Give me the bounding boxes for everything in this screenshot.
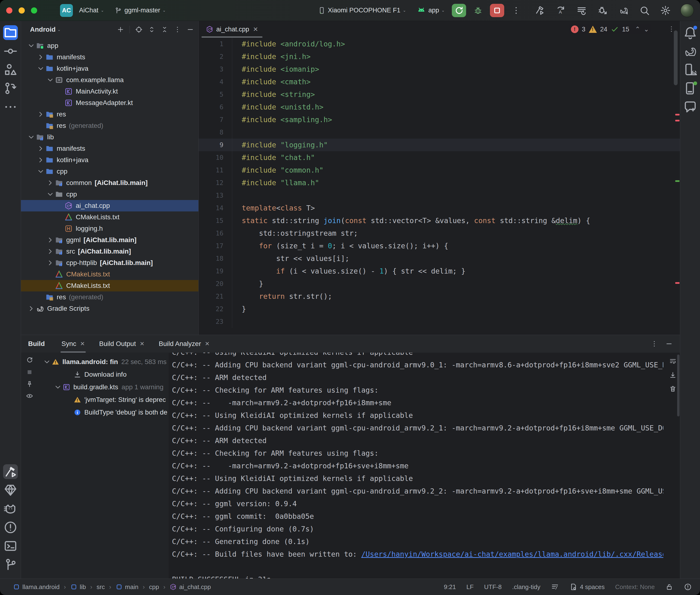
tool-stripe-notifications[interactable] bbox=[683, 25, 698, 40]
build-tree-item[interactable]: build.gradle.ktsapp 1 warning bbox=[38, 381, 169, 393]
hide-minus-button[interactable] bbox=[187, 26, 194, 33]
code-line-22[interactable]: 22 } bbox=[199, 303, 680, 315]
code-line-7[interactable]: 7 #include <sampling.h> bbox=[199, 113, 680, 126]
code-line-2[interactable]: 2 #include <jni.h> bbox=[199, 50, 680, 63]
inspections-widget[interactable]: ! 3 24 15 ⌃ ⌄ bbox=[568, 24, 651, 34]
restart-activity-button[interactable]: A bbox=[555, 5, 566, 16]
search-button[interactable] bbox=[639, 5, 650, 16]
tree-item-res[interactable]: res(generated) bbox=[21, 120, 198, 132]
code-line-1[interactable]: 1 #include <android/log.h> bbox=[199, 38, 680, 50]
locate-button[interactable] bbox=[135, 26, 143, 33]
chevron-down-icon[interactable] bbox=[46, 76, 54, 84]
tree-item-manifests[interactable]: manifests bbox=[21, 143, 198, 154]
tool-stripe-gemini-chat[interactable] bbox=[683, 100, 698, 114]
zoom-window-button[interactable] bbox=[31, 7, 37, 13]
tree-item-res[interactable]: res(generated) bbox=[21, 291, 198, 303]
tree-item-cmakelists-txt[interactable]: CMakeLists.txt bbox=[21, 280, 198, 291]
code-line-15[interactable]: 15 static std::string join(const std::ve… bbox=[199, 214, 680, 227]
device-selector[interactable]: Xiaomi POCOPHONE F1 ⌄ bbox=[318, 7, 406, 14]
settings-button[interactable] bbox=[660, 5, 671, 16]
tool-stripe-problems[interactable] bbox=[3, 520, 18, 535]
tree-item-lib[interactable]: lib bbox=[21, 132, 198, 143]
chevron-down-icon[interactable] bbox=[37, 64, 45, 73]
tool-stripe-commit[interactable] bbox=[3, 44, 18, 59]
breadcrumb-item[interactable]: llama.android bbox=[13, 583, 60, 591]
chevron-right-icon[interactable] bbox=[37, 110, 45, 118]
build-options-button[interactable] bbox=[650, 340, 658, 348]
build-tab-sync[interactable]: Sync ✕ bbox=[59, 335, 87, 352]
chevron-right-icon[interactable] bbox=[46, 179, 54, 187]
more-actions-button[interactable] bbox=[511, 6, 521, 15]
chevron-down-icon[interactable] bbox=[27, 42, 35, 50]
statusbar-caret-position[interactable]: 9:21 bbox=[444, 583, 456, 591]
chevron-down-icon[interactable] bbox=[54, 383, 62, 391]
tool-stripe-logcat[interactable] bbox=[3, 502, 18, 516]
gradle-sync-button[interactable] bbox=[618, 5, 629, 16]
statusbar-context[interactable]: Context: None bbox=[615, 583, 655, 591]
project-widget[interactable]: AC AiChat ⌄ bbox=[60, 4, 104, 17]
code-line-9[interactable]: 9 #include "logging.h" bbox=[199, 139, 680, 151]
statusbar-readonly-toggle[interactable] bbox=[665, 583, 673, 591]
breadcrumb-item[interactable]: main bbox=[115, 583, 138, 591]
tool-stripe-version-control[interactable] bbox=[3, 557, 18, 572]
chevron-right-icon[interactable] bbox=[46, 247, 54, 255]
run-config-selector[interactable]: app ⌄ bbox=[417, 6, 445, 15]
build-console[interactable]: C/C++: -- Using KleidiAI optimized kerne… bbox=[169, 352, 680, 578]
statusbar-line-ending[interactable]: LF bbox=[466, 583, 474, 591]
tree-item-src[interactable]: src[AiChat.lib.main] bbox=[21, 246, 198, 257]
breadcrumb-item[interactable]: Cai_chat.cpp bbox=[170, 583, 211, 591]
code-line-18[interactable]: 18 str << values[i]; bbox=[199, 252, 680, 265]
tree-item-mainactivity-kt[interactable]: MainActivity.kt bbox=[21, 86, 198, 97]
chevron-down-icon[interactable] bbox=[37, 167, 45, 175]
statusbar-clang-tidy[interactable]: .clang-tidy bbox=[512, 583, 540, 591]
code-line-3[interactable]: 3 #include <iomanip> bbox=[199, 63, 680, 76]
close-icon[interactable]: ✕ bbox=[140, 340, 144, 347]
tool-stripe-project[interactable] bbox=[3, 25, 18, 40]
editor-tab[interactable]: C ai_chat.cpp ✕ bbox=[201, 21, 262, 38]
tool-stripe-gradle[interactable] bbox=[683, 44, 698, 59]
build-tab-build-analyzer[interactable]: Build Analyzer ✕ bbox=[157, 335, 212, 352]
code-line-10[interactable]: 10 #include "chat.h" bbox=[199, 151, 680, 164]
project-view-selector[interactable]: Android bbox=[30, 26, 56, 33]
plus-button[interactable] bbox=[117, 26, 124, 33]
tree-item-logging-h[interactable]: logging.h bbox=[21, 223, 198, 234]
tree-item-ggml[interactable]: ggml[AiChat.lib.main] bbox=[21, 234, 198, 246]
refresh-button[interactable] bbox=[26, 357, 33, 364]
tool-stripe-device-explorer[interactable] bbox=[683, 62, 698, 77]
tool-stripe-device-manager[interactable] bbox=[3, 483, 18, 498]
build-hammer-button[interactable] bbox=[534, 5, 545, 16]
code-line-19[interactable]: 19 if (i < values.size() - 1) { str << d… bbox=[199, 265, 680, 277]
tree-item-com-example-llama[interactable]: com.example.llama bbox=[21, 74, 198, 86]
tree-item-app[interactable]: app bbox=[21, 40, 198, 51]
eye-button[interactable] bbox=[26, 392, 33, 400]
code-editor[interactable]: 1 #include <android/log.h> 2 #include <j… bbox=[199, 38, 680, 335]
build-tree-item[interactable]: Download info bbox=[38, 368, 169, 381]
chevron-right-icon[interactable] bbox=[37, 144, 45, 152]
attach-debugger-button[interactable] bbox=[597, 5, 608, 16]
next-problem-button[interactable]: ⌄ bbox=[644, 26, 649, 33]
close-icon[interactable]: ✕ bbox=[205, 340, 209, 347]
statusbar-indent-icon[interactable] bbox=[551, 583, 559, 591]
vcs-branch-widget[interactable]: ggml-master ⌄ bbox=[114, 7, 166, 14]
code-line-16[interactable]: 16 std::ostringstream str; bbox=[199, 227, 680, 239]
close-icon[interactable]: ✕ bbox=[80, 340, 85, 347]
tool-stripe-terminal[interactable] bbox=[3, 539, 18, 553]
build-tree-item[interactable]: llama.android: fin22 sec, 583 ms bbox=[38, 356, 169, 368]
tree-item-cpp[interactable]: cpp bbox=[21, 189, 198, 200]
code-line-12[interactable]: 12 #include "llama.h" bbox=[199, 176, 680, 189]
statusbar-inspections-widget[interactable] bbox=[684, 583, 692, 591]
breadcrumb-item[interactable]: src bbox=[96, 583, 105, 591]
code-line-5[interactable]: 5 #include <string> bbox=[199, 88, 680, 101]
code-line-20[interactable]: 20 } bbox=[199, 277, 680, 290]
console-scrollbar[interactable] bbox=[677, 355, 679, 417]
build-tree-item[interactable]: BuildType 'debug' is both de bbox=[38, 406, 169, 419]
expand-all-button[interactable] bbox=[148, 26, 156, 33]
code-line-13[interactable]: 13 bbox=[199, 189, 680, 202]
chevron-right-icon[interactable] bbox=[37, 156, 45, 164]
tool-stripe-running-devices[interactable] bbox=[683, 81, 698, 96]
code-line-8[interactable]: 8 bbox=[199, 126, 680, 139]
editor-scrollbar[interactable] bbox=[674, 30, 678, 85]
collapse-all-button[interactable] bbox=[161, 26, 168, 33]
chevron-right-icon[interactable] bbox=[46, 259, 54, 267]
chevron-down-icon[interactable] bbox=[43, 358, 51, 366]
